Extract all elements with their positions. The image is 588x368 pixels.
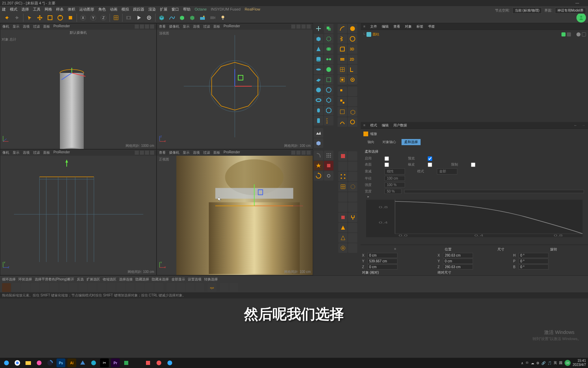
vp-nav-icon[interactable]	[291, 25, 295, 29]
tool-icon[interactable]	[348, 223, 357, 232]
modeling-tool-icon[interactable]	[145, 283, 154, 292]
lod-icon[interactable]	[324, 75, 333, 85]
lathe-icon[interactable]	[338, 97, 347, 106]
tool-icon[interactable]	[338, 202, 347, 212]
falloff-curve[interactable]: 0.8 0.4 0.0 0.4 0.8	[366, 200, 583, 237]
temp-badge[interactable]: 38	[565, 360, 571, 366]
capsule-icon[interactable]	[314, 106, 323, 115]
sel-tab[interactable]: 扩展选区	[86, 277, 100, 282]
render-settings-button[interactable]	[144, 13, 154, 22]
helix-icon[interactable]	[338, 34, 347, 44]
sel-tab[interactable]: 隐藏选择	[135, 277, 149, 282]
gear-icon[interactable]	[324, 171, 333, 181]
redo-button[interactable]	[12, 13, 22, 22]
object-relative-dropdown[interactable]: 对象 (相对)	[362, 270, 396, 275]
tool-icon[interactable]	[338, 233, 347, 243]
sel-tab[interactable]: 环状选择	[18, 277, 32, 282]
strength-input[interactable]: 100 %	[385, 182, 405, 187]
content-browser-button[interactable]	[576, 13, 586, 22]
tool-icon[interactable]	[348, 151, 357, 161]
ratio-checkbox[interactable]	[428, 163, 432, 167]
modeling-tool-icon[interactable]	[107, 283, 116, 292]
app-icon[interactable]	[165, 358, 174, 367]
menu-item[interactable]: 角色	[98, 7, 106, 12]
vp-nav-icon[interactable]	[145, 151, 149, 155]
menu-item[interactable]: 跟踪器	[133, 7, 144, 12]
vp-nav-icon[interactable]	[307, 151, 311, 155]
clock-date[interactable]: 2023/4/7	[573, 363, 586, 367]
visibility-tag-icon[interactable]	[567, 32, 571, 36]
menu-item[interactable]: 运动图形	[79, 7, 94, 12]
empty-icon[interactable]	[348, 87, 357, 96]
app-icon[interactable]	[122, 358, 131, 367]
render-view-button[interactable]	[124, 13, 133, 22]
vp-nav-icon[interactable]	[296, 25, 300, 29]
deformer-red-icon[interactable]	[324, 161, 333, 170]
rot-b-input[interactable]: 0 °	[519, 264, 549, 270]
cube-primitive-button[interactable]	[157, 13, 166, 22]
vp-nav-icon[interactable]	[150, 25, 154, 29]
forward-arrow-icon[interactable]: →	[582, 123, 585, 127]
hexagon-icon[interactable]	[324, 95, 333, 105]
size-dropdown[interactable]: 绝对尺寸	[438, 270, 472, 275]
sel-tab[interactable]: 转换选择	[204, 277, 218, 282]
sel-tab[interactable]: 隐藏未选择	[152, 277, 169, 282]
sel-tab[interactable]: 反选	[77, 277, 84, 282]
vp-nav-icon[interactable]	[291, 151, 295, 155]
tab-axis[interactable]: 轴向	[365, 139, 377, 145]
move-button[interactable]	[35, 13, 45, 22]
modeling-tool-icon[interactable]	[21, 283, 30, 292]
tool-icon[interactable]	[348, 172, 357, 181]
app-icon[interactable]	[35, 358, 44, 367]
rot-h-input[interactable]: 0 °	[519, 253, 549, 258]
illustrator-icon[interactable]: Ai	[67, 358, 76, 367]
tray-icon[interactable]: 🔗	[541, 361, 545, 365]
array-icon[interactable]	[324, 34, 333, 44]
menu-item[interactable]: 渲染	[148, 7, 156, 12]
sel-tab[interactable]: 循环选择	[2, 277, 16, 282]
tray-icon[interactable]: ㅁ	[525, 361, 529, 365]
right-view-content[interactable]	[14, 160, 143, 262]
oiltank-icon[interactable]	[314, 116, 323, 125]
interface-dropdown[interactable]: 神话专用Model界	[555, 7, 586, 14]
octagon-icon[interactable]	[324, 106, 333, 115]
pureref-icon[interactable]	[144, 358, 152, 367]
modeling-tool-icon[interactable]	[88, 283, 97, 292]
torus-outline-icon[interactable]	[324, 85, 333, 95]
pos-x-input[interactable]: 0 cm	[368, 253, 397, 258]
cone-icon[interactable]	[314, 44, 323, 54]
modeling-tool-icon[interactable]	[220, 283, 229, 292]
viewport-front[interactable]: 查看 摄像机 显示 选项 过滤 面板 ProRender 正视图	[157, 149, 313, 275]
instance-icon[interactable]	[324, 24, 333, 33]
tag-icon[interactable]	[582, 32, 586, 36]
boole-icon[interactable]	[324, 44, 333, 54]
phong-tag-icon[interactable]	[576, 32, 581, 36]
width-input[interactable]: 50 %	[385, 189, 402, 194]
relief-icon[interactable]	[314, 138, 323, 148]
recycle-icon[interactable]	[314, 171, 323, 181]
modeling-tool-icon[interactable]	[116, 283, 125, 292]
modeling-tool-icon[interactable]	[167, 283, 176, 292]
vp-nav-icon[interactable]	[301, 151, 306, 155]
deformer-button[interactable]	[187, 13, 197, 22]
tray-expand-icon[interactable]: ∧	[521, 361, 523, 365]
arc-icon[interactable]	[338, 24, 347, 33]
menu-item[interactable]: 模拟	[121, 7, 129, 12]
cissoid-icon[interactable]	[348, 75, 357, 85]
fork-icon[interactable]	[348, 213, 357, 222]
modeling-tool-icon[interactable]	[154, 283, 163, 292]
extrude-icon[interactable]	[338, 87, 347, 96]
app-icon[interactable]	[133, 358, 142, 367]
xyz-tool-icon[interactable]: xyz	[208, 283, 216, 292]
deformer-bend-icon[interactable]	[314, 151, 323, 160]
tab-object-axis[interactable]: 对象轴心	[380, 139, 399, 145]
tool-icon[interactable]	[348, 182, 357, 191]
edge-icon[interactable]	[89, 358, 98, 367]
tool-icon[interactable]	[338, 172, 347, 181]
sel-tab[interactable]: 全部显示	[172, 277, 185, 282]
width-slider[interactable]	[404, 190, 584, 193]
viewport-perspective[interactable]: 像机 显示 选项 过滤 面板 ProRender 默认摄像机 对象 总计	[0, 23, 157, 149]
modeling-tool-icon[interactable]	[135, 283, 144, 292]
tool-icon[interactable]	[338, 182, 347, 191]
photoshop-icon[interactable]: Ps	[56, 358, 65, 367]
